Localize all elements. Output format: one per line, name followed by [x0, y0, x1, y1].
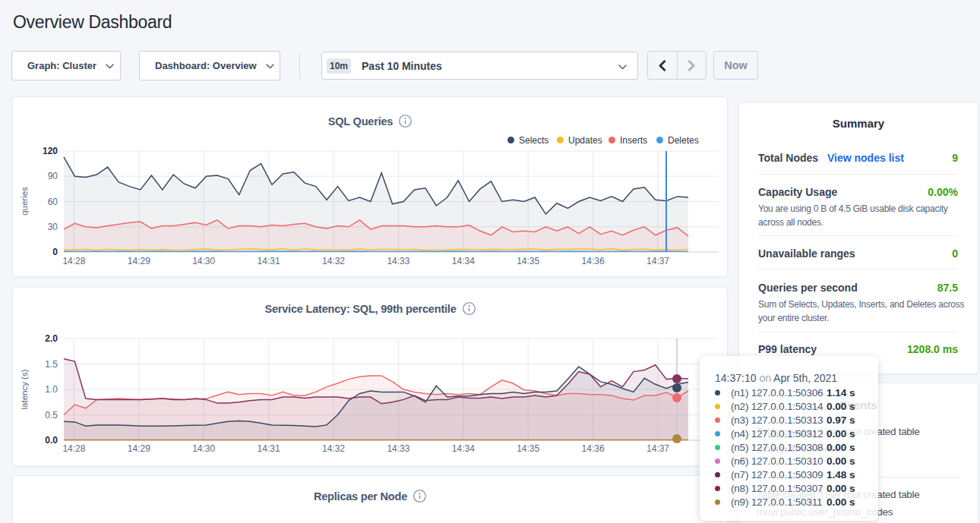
svg-text:2.0: 2.0 [45, 333, 58, 344]
svg-text:60: 60 [48, 197, 58, 207]
svg-text:14:34: 14:34 [452, 256, 475, 266]
svg-text:14:35: 14:35 [517, 443, 539, 454]
svg-text:14:30: 14:30 [192, 256, 215, 266]
svg-text:0.5: 0.5 [45, 410, 58, 421]
svg-text:14:37: 14:37 [646, 256, 669, 266]
svg-text:1.0: 1.0 [45, 384, 58, 395]
svg-text:14:36: 14:36 [582, 443, 605, 454]
svg-text:14:28: 14:28 [62, 256, 85, 266]
svg-text:14:29: 14:29 [128, 256, 150, 266]
svg-text:14:31: 14:31 [258, 256, 280, 266]
svg-text:14:29: 14:29 [128, 443, 150, 454]
svg-text:14:28: 14:28 [62, 443, 85, 454]
svg-text:30: 30 [48, 222, 58, 232]
svg-text:14:31: 14:31 [258, 443, 280, 454]
svg-text:14:33: 14:33 [387, 256, 409, 266]
svg-text:14:32: 14:32 [322, 256, 345, 266]
svg-text:14:30: 14:30 [192, 443, 215, 454]
svg-text:14:36: 14:36 [582, 256, 605, 266]
svg-text:latency (s): latency (s) [20, 369, 29, 409]
svg-text:14:34: 14:34 [452, 443, 475, 454]
svg-text:90: 90 [48, 171, 58, 181]
svg-text:0: 0 [52, 247, 58, 257]
svg-text:120: 120 [43, 146, 58, 156]
svg-text:0.0: 0.0 [45, 435, 58, 446]
svg-text:14:35: 14:35 [517, 256, 539, 266]
svg-text:14:33: 14:33 [387, 443, 409, 454]
svg-text:queries: queries [20, 187, 29, 216]
svg-text:1.5: 1.5 [45, 359, 58, 370]
svg-text:14:37: 14:37 [646, 443, 669, 454]
svg-text:14:32: 14:32 [322, 443, 345, 454]
